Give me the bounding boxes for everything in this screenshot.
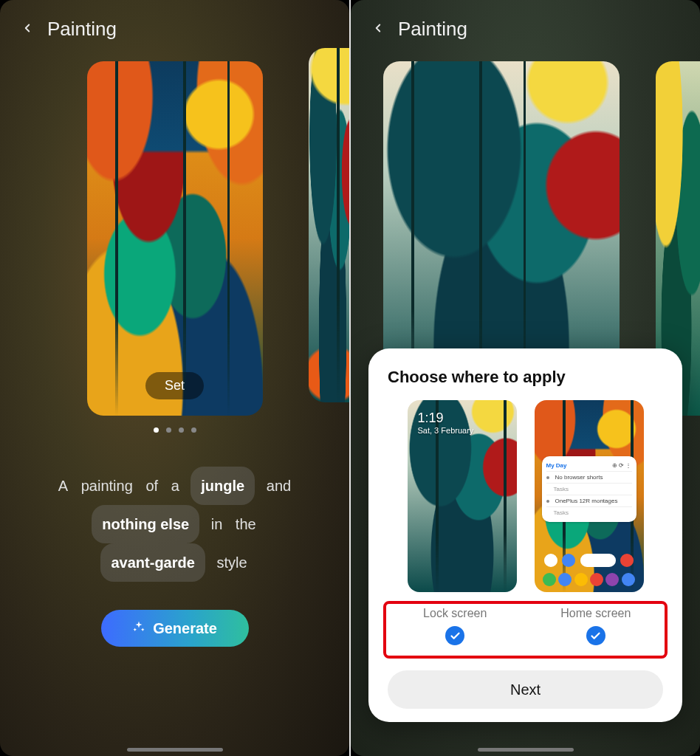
home-check-icon[interactable] [586, 626, 605, 645]
highlight-annotation: Lock screen Home screen [383, 601, 668, 659]
home-screen-preview[interactable]: My Day⊕ ⟳ ⋮ No browser shorts Tasks OneP… [535, 400, 644, 592]
sheet-heading: Choose where to apply [388, 368, 663, 387]
lock-check-icon[interactable] [445, 626, 464, 645]
apply-bottom-sheet: Choose where to apply 1:19 Sat, 3 Februa… [368, 348, 682, 722]
header-left: Painting [0, 0, 349, 48]
prompt-chip-subject[interactable]: jungle [191, 467, 255, 505]
lock-date: Sat, 3 February [418, 426, 474, 435]
gesture-handle[interactable] [127, 748, 223, 752]
header-right: Painting [351, 0, 700, 48]
widget-card: My Day⊕ ⟳ ⋮ No browser shorts Tasks OneP… [542, 456, 636, 522]
lock-label: Lock screen [394, 607, 517, 620]
page-title-right: Painting [398, 18, 467, 41]
apply-previews: 1:19 Sat, 3 February My Day⊕ ⟳ ⋮ No brow… [388, 400, 663, 592]
left-screen: Painting Set A painting of a jungle and … [0, 0, 349, 756]
sparkle-icon [132, 620, 145, 637]
page-title-left: Painting [47, 18, 117, 41]
lock-time: 1:19 [418, 410, 474, 426]
home-label: Home screen [535, 607, 658, 620]
generate-button[interactable]: Generate [101, 610, 249, 647]
lock-overlay: 1:19 Sat, 3 February [418, 410, 474, 435]
prompt-text: A painting of a jungle and nothing else … [34, 467, 315, 582]
prompt-chip-style[interactable]: avant-garde [100, 543, 205, 582]
generate-label: Generate [153, 620, 217, 637]
page-indicator [0, 427, 349, 433]
home-screen-target[interactable]: Home screen [535, 607, 658, 645]
dot [166, 427, 171, 433]
wallpaper-card-peek[interactable] [309, 48, 349, 402]
wallpaper-carousel[interactable]: Set [0, 48, 349, 416]
app-row [542, 554, 636, 567]
wallpaper-card-main[interactable]: Set [87, 61, 263, 416]
prompt-chip-modifier[interactable]: nothing else [92, 505, 199, 543]
dock-row [542, 573, 636, 586]
gesture-handle[interactable] [478, 748, 574, 752]
dot [154, 427, 159, 433]
dot [191, 427, 196, 433]
right-screen: Painting Choose where to apply 1:19 Sat,… [351, 0, 700, 756]
back-icon[interactable] [371, 21, 385, 38]
lock-screen-target[interactable]: Lock screen [394, 607, 517, 645]
next-button[interactable]: Next [388, 670, 663, 709]
set-button[interactable]: Set [145, 372, 204, 399]
dot [179, 427, 184, 433]
back-icon[interactable] [21, 21, 34, 38]
lock-screen-preview[interactable]: 1:19 Sat, 3 February [408, 400, 517, 592]
